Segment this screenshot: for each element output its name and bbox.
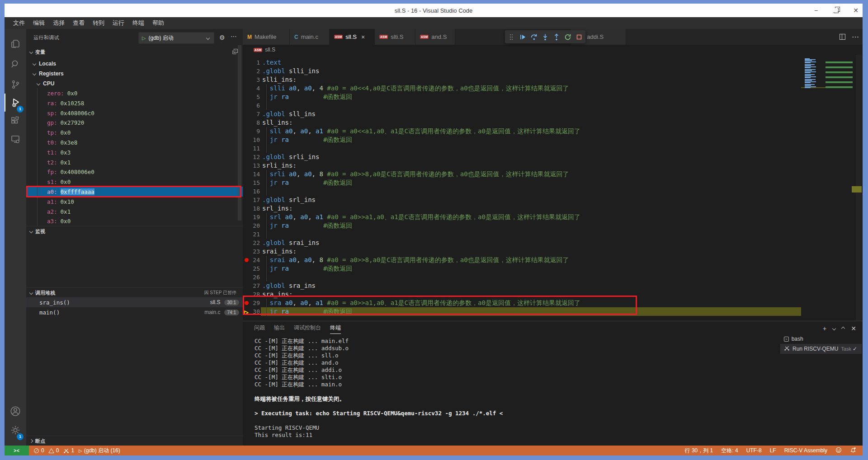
indentation[interactable]: 空格: 4 [721, 447, 738, 455]
restore-icon[interactable] [833, 7, 839, 14]
code-line-5[interactable]: 5 jr ra #函数返回 [243, 93, 863, 101]
editor-tab-sll.S[interactable]: ASMsll.S× [330, 29, 375, 45]
code-line-4[interactable]: 4 slli a0, a0, 4 #a0 = a0<<4,a0是C语言调用者传递… [243, 84, 863, 93]
problems-status[interactable]: 0 0 [33, 447, 59, 454]
code-line-11[interactable]: 11 [243, 144, 863, 153]
code-line-13[interactable]: 13srli_ins: [243, 161, 863, 170]
register-row-t0[interactable]: t0:0x3e8 [26, 137, 243, 147]
new-terminal-icon[interactable]: + [823, 325, 826, 332]
step-out-button[interactable] [552, 32, 561, 42]
code-line-14[interactable]: 14 srli a0, a0, 8 #a0 = a0>>8,a0是C语言调用者传… [243, 170, 863, 178]
code-line-7[interactable]: 7.globl sll_ins [243, 110, 863, 118]
code-line-8[interactable]: 8sll_ins: [243, 118, 863, 127]
activity-item-run-and-debug[interactable]: 1 [5, 94, 26, 112]
chevron-down-icon[interactable] [832, 327, 836, 330]
call-stack-section-header[interactable]: 调用堆栈 因 STEP 已暂停 [26, 287, 243, 298]
register-row-a1[interactable]: a1:0x10 [26, 197, 243, 207]
variables-section-header[interactable]: 变量 [26, 47, 243, 57]
minimize-icon[interactable]: − [813, 7, 819, 14]
register-row-a2[interactable]: a2:0x1 [26, 207, 243, 216]
panel-tab-调试控制台[interactable]: 调试控制台 [294, 324, 321, 334]
code-line-16[interactable]: 16 [243, 187, 863, 196]
editor-tab-Makefile[interactable]: MMakefile [243, 29, 290, 45]
tasks-status[interactable]: 1 [63, 447, 74, 454]
register-row-t2[interactable]: t2:0x1 [26, 157, 243, 167]
code-line-18[interactable]: 18srl_ins: [243, 204, 863, 213]
menu-item-查看[interactable]: 查看 [69, 19, 89, 27]
editor-tab-and.S[interactable]: ASMand.S [415, 29, 455, 45]
split-editor-icon[interactable] [840, 34, 845, 40]
stack-frame-main()[interactable]: main()main.c74:1 [26, 307, 243, 317]
register-row-gp[interactable]: gp:0x27920 [26, 118, 243, 128]
code-line-15[interactable]: 15 jr ra #函数返回 [243, 178, 863, 187]
activity-item-extensions[interactable] [5, 112, 26, 130]
code-line-9[interactable]: 9 sll a0, a0, a1 #a0 = a0<<a1,a0、a1是C语言调… [243, 127, 863, 136]
register-row-zero[interactable]: zero:0x0 [26, 88, 243, 98]
activity-item-source-control[interactable] [5, 75, 26, 94]
terminal-output[interactable]: CC -[M] 正在构建 ... main.elfCC -[M] 正在构建 ..… [255, 338, 770, 439]
close-tab-icon[interactable]: × [361, 33, 365, 41]
stack-frame-sra_ins()[interactable]: sra_ins()sll.S30:1 [26, 297, 243, 307]
close-icon[interactable]: ✕ [853, 7, 859, 14]
minimap[interactable] [801, 55, 856, 321]
code-line-20[interactable]: 20 jr ra #函数返回 [243, 221, 863, 230]
code-area[interactable]: 1.text2.globl slli_ins3slli_ins:4 slli a… [243, 55, 863, 321]
code-line-10[interactable]: 10 jr ra #函数返回 [243, 136, 863, 144]
code-line-2[interactable]: 2.globl slli_ins [243, 67, 863, 75]
tree-group-registers[interactable]: Registers [26, 69, 243, 79]
close-panel-icon[interactable]: ✕ [851, 325, 856, 332]
gear-icon[interactable]: ⚙ [219, 34, 225, 41]
register-row-tp[interactable]: tp:0x0 [26, 128, 243, 138]
activity-item-account[interactable] [5, 402, 26, 420]
panel-tab-输出[interactable]: 输出 [274, 324, 285, 334]
editor-tab-main.c[interactable]: Cmain.c [290, 29, 330, 45]
activity-item-settings[interactable]: 1 [5, 421, 26, 439]
watch-section-header[interactable]: 监视 [26, 226, 243, 236]
register-row-t1[interactable]: t1:0x3 [26, 147, 243, 157]
feedback-icon[interactable] [835, 447, 842, 455]
code-line-1[interactable]: 1.text [243, 58, 863, 67]
breadcrumb[interactable]: ASM sll.S [243, 45, 863, 55]
menu-item-选择[interactable]: 选择 [49, 19, 69, 27]
stop-button[interactable] [574, 32, 584, 42]
code-line-22[interactable]: 22.globl srai_ins [243, 239, 863, 247]
language-mode[interactable]: RISC-V Assembly [784, 447, 827, 454]
collapse-all-icon[interactable] [232, 48, 238, 56]
code-line-23[interactable]: 23srai_ins: [243, 247, 863, 256]
notifications-bell-icon[interactable] [850, 447, 856, 455]
editor-more-icon[interactable]: ⋯ [852, 33, 859, 41]
maximize-panel-icon[interactable] [841, 327, 845, 330]
code-line-27[interactable]: 27.globl sra_ins [243, 282, 863, 290]
register-row-a3[interactable]: a3:0x0 [26, 216, 243, 226]
menu-item-运行[interactable]: 运行 [108, 19, 128, 27]
menu-item-文件[interactable]: 文件 [9, 19, 29, 27]
cursor-position[interactable]: 行 30，列 1 [685, 447, 713, 455]
menu-item-终端[interactable]: 终端 [128, 19, 148, 27]
menu-item-编辑[interactable]: 编辑 [29, 19, 49, 27]
code-line-24[interactable]: 24 srai a0, a0, 8 #a0 = a0>>8,a0是C语言调用者传… [243, 256, 863, 264]
register-row-ra[interactable]: ra:0x10258 [26, 98, 243, 108]
continue-button[interactable] [518, 32, 528, 42]
tree-group-cpu[interactable]: CPU [26, 79, 243, 89]
code-line-12[interactable]: 12.globl srli_ins [243, 153, 863, 161]
tree-group-locals[interactable]: Locals [26, 59, 243, 69]
activity-item-remote-explorer[interactable] [5, 130, 26, 148]
terminal-list-item-bash[interactable]: >bash [780, 334, 862, 344]
more-actions-icon[interactable]: ⋯ [231, 33, 237, 40]
restart-button[interactable] [563, 32, 572, 42]
breakpoint-icon[interactable] [245, 258, 249, 262]
step-over-button[interactable] [529, 32, 539, 42]
launch-config-select[interactable]: ▷ (gdb) 启动 [138, 32, 214, 44]
breakpoints-section-header[interactable]: 断点 [26, 436, 243, 446]
terminal-list-item-Run RISCV-QEMU[interactable]: Run RISCV-QEMUTask✓ [780, 344, 862, 354]
start-debug-icon[interactable]: ▷ [142, 35, 146, 41]
code-line-6[interactable]: 6 [243, 101, 863, 110]
remote-indicator[interactable]: >< [5, 446, 29, 455]
code-line-26[interactable]: 26 [243, 273, 863, 282]
register-row-sp[interactable]: sp:0x408006c0 [26, 108, 243, 118]
menu-item-转到[interactable]: 转到 [89, 19, 108, 27]
panel-tab-问题[interactable]: 问题 [254, 324, 265, 334]
debug-session-status[interactable]: ▷ (gdb) 启动 (16) [79, 447, 120, 455]
encoding[interactable]: UTF-8 [746, 447, 762, 454]
panel-tab-终端[interactable]: 终端 [330, 324, 341, 334]
